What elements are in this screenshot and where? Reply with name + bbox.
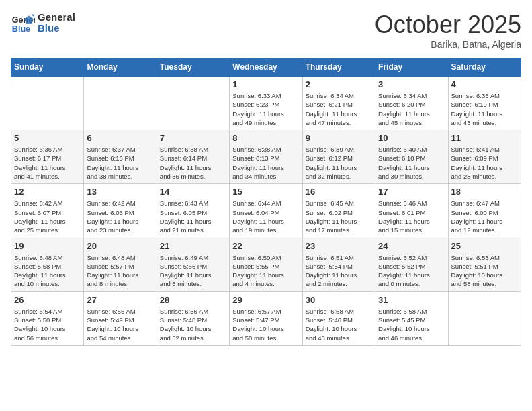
- day-info: Sunrise: 6:39 AM Sunset: 6:12 PM Dayligh…: [306, 145, 372, 181]
- day-number: 2: [306, 79, 372, 89]
- day-number: 5: [14, 133, 81, 143]
- calendar-day-cell: 6Sunrise: 6:37 AM Sunset: 6:16 PM Daylig…: [84, 130, 157, 184]
- calendar-week-row: 5Sunrise: 6:36 AM Sunset: 6:17 PM Daylig…: [11, 130, 521, 184]
- day-number: 15: [232, 187, 299, 197]
- weekday-header-thursday: Thursday: [302, 58, 375, 77]
- day-number: 10: [378, 133, 445, 143]
- day-info: Sunrise: 6:55 AM Sunset: 5:49 PM Dayligh…: [87, 307, 153, 342]
- calendar-week-row: 1Sunrise: 6:33 AM Sunset: 6:23 PM Daylig…: [11, 77, 521, 130]
- calendar-day-cell: 10Sunrise: 6:40 AM Sunset: 6:10 PM Dayli…: [375, 130, 448, 184]
- day-info: Sunrise: 6:52 AM Sunset: 5:52 PM Dayligh…: [378, 253, 445, 289]
- calendar-day-cell: 24Sunrise: 6:52 AM Sunset: 5:52 PM Dayli…: [375, 238, 448, 291]
- day-info: Sunrise: 6:58 AM Sunset: 5:46 PM Dayligh…: [306, 307, 372, 342]
- calendar-week-row: 12Sunrise: 6:42 AM Sunset: 6:07 PM Dayli…: [11, 184, 521, 238]
- day-number: 27: [87, 295, 153, 305]
- day-number: 6: [87, 133, 153, 143]
- calendar-day-cell: 31Sunrise: 6:58 AM Sunset: 5:45 PM Dayli…: [375, 291, 448, 345]
- day-info: Sunrise: 6:37 AM Sunset: 6:16 PM Dayligh…: [87, 145, 153, 181]
- logo-icon: General Blue: [11, 11, 35, 35]
- calendar-day-cell: 4Sunrise: 6:35 AM Sunset: 6:19 PM Daylig…: [448, 77, 521, 130]
- svg-text:Blue: Blue: [12, 24, 30, 34]
- weekday-header-tuesday: Tuesday: [157, 58, 229, 77]
- calendar-day-cell: 28Sunrise: 6:56 AM Sunset: 5:48 PM Dayli…: [157, 291, 229, 345]
- empty-day-cell: [84, 77, 157, 130]
- day-info: Sunrise: 6:33 AM Sunset: 6:23 PM Dayligh…: [232, 91, 299, 127]
- calendar-day-cell: 23Sunrise: 6:51 AM Sunset: 5:54 PM Dayli…: [302, 238, 375, 291]
- day-number: 23: [306, 241, 372, 251]
- day-info: Sunrise: 6:38 AM Sunset: 6:14 PM Dayligh…: [160, 145, 226, 181]
- day-info: Sunrise: 6:38 AM Sunset: 6:13 PM Dayligh…: [232, 145, 299, 181]
- page-header: General Blue General Blue October 2025 B…: [11, 11, 521, 50]
- day-info: Sunrise: 6:36 AM Sunset: 6:17 PM Dayligh…: [14, 145, 81, 181]
- day-number: 30: [306, 295, 372, 305]
- empty-day-cell: [448, 291, 521, 345]
- empty-day-cell: [157, 77, 229, 130]
- calendar-day-cell: 30Sunrise: 6:58 AM Sunset: 5:46 PM Dayli…: [302, 291, 375, 345]
- day-info: Sunrise: 6:49 AM Sunset: 5:56 PM Dayligh…: [160, 253, 226, 289]
- calendar-day-cell: 19Sunrise: 6:48 AM Sunset: 5:58 PM Dayli…: [11, 238, 84, 291]
- day-number: 24: [378, 241, 445, 251]
- calendar-day-cell: 25Sunrise: 6:53 AM Sunset: 5:51 PM Dayli…: [448, 238, 521, 291]
- day-number: 13: [87, 187, 153, 197]
- day-number: 7: [160, 133, 226, 143]
- day-info: Sunrise: 6:57 AM Sunset: 5:47 PM Dayligh…: [232, 307, 299, 342]
- day-info: Sunrise: 6:58 AM Sunset: 5:45 PM Dayligh…: [378, 307, 445, 342]
- day-info: Sunrise: 6:42 AM Sunset: 6:07 PM Dayligh…: [14, 199, 81, 234]
- day-number: 16: [306, 187, 372, 197]
- day-number: 31: [378, 295, 445, 305]
- month-title: October 2025: [375, 11, 521, 39]
- calendar-day-cell: 1Sunrise: 6:33 AM Sunset: 6:23 PM Daylig…: [230, 77, 302, 130]
- day-number: 19: [14, 241, 81, 251]
- calendar-day-cell: 22Sunrise: 6:50 AM Sunset: 5:55 PM Dayli…: [230, 238, 302, 291]
- day-number: 25: [451, 241, 518, 251]
- day-info: Sunrise: 6:35 AM Sunset: 6:19 PM Dayligh…: [451, 91, 518, 127]
- calendar-day-cell: 29Sunrise: 6:57 AM Sunset: 5:47 PM Dayli…: [230, 291, 302, 345]
- day-info: Sunrise: 6:47 AM Sunset: 6:00 PM Dayligh…: [451, 199, 518, 234]
- day-number: 14: [160, 187, 226, 197]
- day-info: Sunrise: 6:40 AM Sunset: 6:10 PM Dayligh…: [378, 145, 445, 181]
- day-number: 17: [378, 187, 445, 197]
- day-info: Sunrise: 6:43 AM Sunset: 6:05 PM Dayligh…: [160, 199, 226, 234]
- calendar-day-cell: 7Sunrise: 6:38 AM Sunset: 6:14 PM Daylig…: [157, 130, 229, 184]
- title-block: October 2025 Barika, Batna, Algeria: [375, 11, 521, 50]
- weekday-header-friday: Friday: [375, 58, 448, 77]
- calendar-day-cell: 5Sunrise: 6:36 AM Sunset: 6:17 PM Daylig…: [11, 130, 84, 184]
- day-info: Sunrise: 6:41 AM Sunset: 6:09 PM Dayligh…: [451, 145, 518, 181]
- calendar-day-cell: 18Sunrise: 6:47 AM Sunset: 6:00 PM Dayli…: [448, 184, 521, 238]
- logo-line1: General: [38, 12, 75, 24]
- day-number: 26: [14, 295, 81, 305]
- day-info: Sunrise: 6:45 AM Sunset: 6:02 PM Dayligh…: [306, 199, 372, 234]
- day-info: Sunrise: 6:34 AM Sunset: 6:21 PM Dayligh…: [306, 91, 372, 127]
- day-info: Sunrise: 6:46 AM Sunset: 6:01 PM Dayligh…: [378, 199, 445, 234]
- calendar-day-cell: 2Sunrise: 6:34 AM Sunset: 6:21 PM Daylig…: [302, 77, 375, 130]
- day-number: 29: [232, 295, 299, 305]
- day-number: 11: [451, 133, 518, 143]
- day-info: Sunrise: 6:48 AM Sunset: 5:57 PM Dayligh…: [87, 253, 153, 289]
- calendar-day-cell: 16Sunrise: 6:45 AM Sunset: 6:02 PM Dayli…: [302, 184, 375, 238]
- calendar-day-cell: 8Sunrise: 6:38 AM Sunset: 6:13 PM Daylig…: [230, 130, 302, 184]
- calendar-table: SundayMondayTuesdayWednesdayThursdayFrid…: [11, 58, 521, 346]
- location-subtitle: Barika, Batna, Algeria: [375, 39, 521, 50]
- weekday-header-sunday: Sunday: [11, 58, 84, 77]
- calendar-day-cell: 12Sunrise: 6:42 AM Sunset: 6:07 PM Dayli…: [11, 184, 84, 238]
- weekday-header-saturday: Saturday: [448, 58, 521, 77]
- calendar-day-cell: 26Sunrise: 6:54 AM Sunset: 5:50 PM Dayli…: [11, 291, 84, 345]
- day-number: 22: [232, 241, 299, 251]
- calendar-day-cell: 3Sunrise: 6:34 AM Sunset: 6:20 PM Daylig…: [375, 77, 448, 130]
- empty-day-cell: [11, 77, 84, 130]
- calendar-day-cell: 13Sunrise: 6:42 AM Sunset: 6:06 PM Dayli…: [84, 184, 157, 238]
- day-number: 12: [14, 187, 81, 197]
- day-info: Sunrise: 6:48 AM Sunset: 5:58 PM Dayligh…: [14, 253, 81, 289]
- day-info: Sunrise: 6:53 AM Sunset: 5:51 PM Dayligh…: [451, 253, 518, 289]
- day-number: 4: [451, 79, 518, 89]
- day-info: Sunrise: 6:44 AM Sunset: 6:04 PM Dayligh…: [232, 199, 299, 234]
- weekday-header-wednesday: Wednesday: [230, 58, 302, 77]
- calendar-day-cell: 21Sunrise: 6:49 AM Sunset: 5:56 PM Dayli…: [157, 238, 229, 291]
- day-info: Sunrise: 6:42 AM Sunset: 6:06 PM Dayligh…: [87, 199, 153, 234]
- day-number: 1: [232, 79, 299, 89]
- day-info: Sunrise: 6:50 AM Sunset: 5:55 PM Dayligh…: [232, 253, 299, 289]
- day-info: Sunrise: 6:54 AM Sunset: 5:50 PM Dayligh…: [14, 307, 81, 342]
- day-number: 28: [160, 295, 226, 305]
- calendar-day-cell: 9Sunrise: 6:39 AM Sunset: 6:12 PM Daylig…: [302, 130, 375, 184]
- calendar-day-cell: 11Sunrise: 6:41 AM Sunset: 6:09 PM Dayli…: [448, 130, 521, 184]
